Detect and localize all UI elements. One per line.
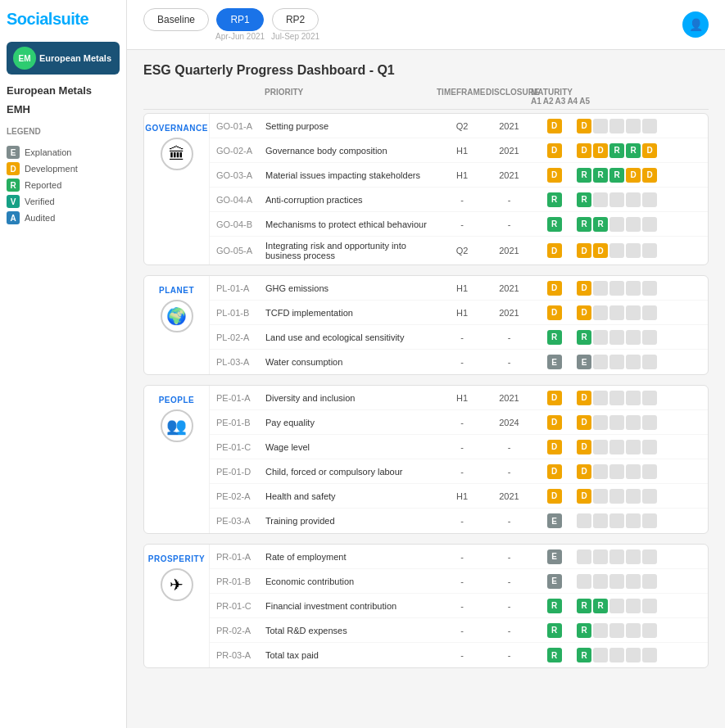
maturity-badge-a1: R	[577, 192, 591, 207]
maturity-empty-a4	[626, 243, 641, 258]
maturity-badge-a1: D	[577, 464, 591, 479]
table-row: PR-01-CFinancial investment contribution…	[210, 594, 708, 618]
row-code: PL-01-B	[216, 308, 265, 318]
row-disclosure: E	[532, 574, 577, 589]
tab-button-baseline[interactable]: Baseline	[143, 8, 209, 31]
row-priority: -	[437, 650, 487, 660]
row-priority: -	[437, 626, 487, 635]
row-maturity: R	[577, 648, 691, 662]
dashboard-title: ESG Quarterly Progress Dashboard - Q1	[143, 63, 709, 78]
maturity-col-A3: A3	[555, 97, 566, 106]
row-disclosure: R	[532, 599, 577, 613]
disclosure-badge: D	[547, 168, 562, 183]
maturity-empty-a1	[577, 574, 591, 589]
row-maturity: DDRRD	[577, 143, 691, 158]
table-row: GO-04-BMechanisms to protect ethical beh…	[210, 212, 708, 237]
maturity-badge-a2: D	[593, 143, 608, 158]
row-maturity: D	[577, 391, 691, 405]
disclosure-badge: E	[547, 549, 562, 564]
table-row: PL-02-ALand use and ecological sensitivi…	[210, 325, 708, 350]
maturity-empty-a3	[609, 648, 624, 662]
table-row: PR-01-BEconomic contribution--E	[210, 569, 708, 594]
sections-container: GOVERNANCE🏛GO-01-ASetting purposeQ22021D…	[143, 113, 709, 668]
maturity-empty-a4	[626, 489, 641, 504]
maturity-badge-a4: R	[626, 143, 641, 158]
col-code	[150, 88, 215, 106]
maturity-badge-a1: R	[577, 330, 591, 345]
section-title-people: PEOPLE	[159, 396, 195, 405]
row-timeframe: 2021	[487, 308, 532, 318]
maturity-empty-a5	[642, 192, 657, 207]
row-priority: H1	[437, 308, 487, 318]
row-maturity: D	[577, 440, 691, 454]
maturity-empty-a4	[626, 513, 641, 528]
row-maturity	[577, 574, 691, 589]
row-priority: H1	[437, 146, 487, 156]
table-row: GO-01-ASetting purposeQ22021DD	[210, 114, 708, 138]
table-row: PR-02-ATotal R&D expenses--RR	[210, 618, 708, 643]
col-timeframe: TIMEFRAME	[437, 88, 486, 106]
table-row: PR-03-ATotal tax paid--RR	[210, 643, 708, 667]
disclosure-badge: D	[547, 415, 562, 430]
row-timeframe: -	[487, 195, 532, 205]
row-timeframe: 2021	[487, 393, 532, 403]
legend-list: EExplanationDDevelopmentRReportedVVerifi…	[7, 142, 120, 224]
maturity-empty-a5	[642, 440, 657, 454]
section-title-prosperity: PROSPERITY	[148, 554, 205, 563]
tab-rp1[interactable]: RP1Apr-Jun 2021	[215, 8, 265, 41]
maturity-empty-a5	[642, 391, 657, 405]
row-maturity: R	[577, 330, 691, 345]
row-code: PL-02-A	[216, 332, 265, 342]
tab-sub-rp2: Jul-Sep 2021	[271, 32, 319, 41]
maturity-empty-a3	[609, 489, 624, 504]
maturity-empty-a4	[626, 119, 641, 133]
section-title-governance: GOVERNANCE	[145, 124, 208, 133]
table-row: GO-03-AMaterial issues impacting stakeho…	[210, 163, 708, 188]
row-disclosure: R	[532, 623, 577, 638]
row-maturity: D	[577, 281, 691, 296]
section-label-governance: GOVERNANCE🏛	[144, 114, 210, 265]
maturity-badge-a1: D	[577, 281, 591, 296]
row-code: PE-01-C	[216, 442, 265, 452]
app-logo: Socialsuite	[7, 10, 120, 29]
section-icon-people: 👥	[161, 409, 193, 442]
maturity-badge-a1: D	[577, 305, 591, 320]
row-timeframe: -	[487, 442, 532, 452]
legend-label-d: Development	[25, 164, 78, 174]
legend-badge-v: V	[7, 195, 20, 208]
row-timeframe: -	[487, 357, 532, 367]
row-priority: -	[437, 516, 487, 526]
col-maturity: MATURITY A1A2A3A4A5	[531, 88, 576, 106]
disclosure-badge: D	[547, 143, 562, 158]
maturity-empty-a3	[609, 415, 624, 430]
maturity-empty-a4	[626, 305, 641, 320]
maturity-badge-a1: D	[577, 391, 591, 405]
tab-button-rp2[interactable]: RP2	[272, 8, 319, 31]
maturity-empty-a5	[642, 648, 657, 662]
row-disclosure: E	[532, 549, 577, 564]
maturity-empty-a5	[642, 415, 657, 430]
disclosure-badge: E	[547, 574, 562, 589]
maturity-empty-a3	[609, 119, 624, 133]
disclosure-badge: D	[547, 440, 562, 454]
row-disclosure: D	[532, 464, 577, 479]
maturity-col-A4: A4	[567, 97, 578, 106]
row-maturity	[577, 513, 691, 528]
section-icon-governance: 🏛	[161, 138, 193, 170]
tab-rp2[interactable]: RP2Jul-Sep 2021	[271, 8, 319, 41]
row-code: PE-01-B	[216, 418, 265, 427]
maturity-empty-a4	[626, 192, 641, 207]
row-maturity: RR	[577, 599, 691, 613]
maturity-badge-a2: R	[593, 168, 608, 183]
disclosure-badge: R	[547, 330, 562, 345]
maturity-empty-a5	[642, 243, 657, 258]
tab-baseline[interactable]: Baseline	[143, 8, 209, 41]
table-row: PE-01-DChild, forced or compulsory labou…	[210, 459, 708, 484]
maturity-col-group: A1A2A3A4A5	[531, 97, 576, 106]
maturity-empty-a2	[593, 119, 608, 133]
row-maturity: DD	[577, 243, 691, 258]
maturity-empty-a1	[577, 513, 591, 528]
company-code: EMH	[7, 103, 120, 115]
tab-button-rp1[interactable]: RP1	[216, 8, 263, 31]
user-avatar[interactable]: 👤	[682, 11, 709, 38]
